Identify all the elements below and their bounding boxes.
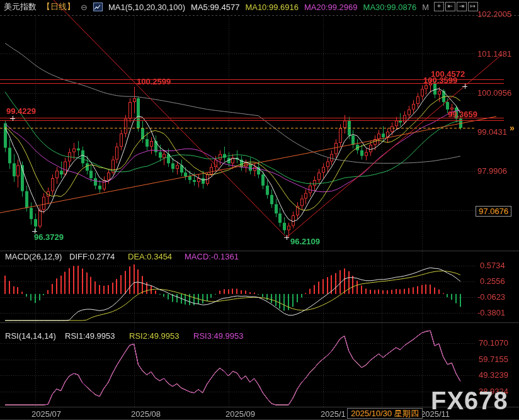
chart-canvas[interactable] <box>0 0 519 420</box>
macd-axis-label: -0.3801 <box>477 309 505 317</box>
period-label[interactable]: 【日线】 <box>42 1 75 13</box>
shift-right-icon[interactable]: ↦ <box>468 2 478 11</box>
annotation-july-low: 96.3729 <box>34 233 64 241</box>
macd-axis-label: 0.5734 <box>480 261 505 270</box>
rsi-axis-label: 59.7155 <box>479 355 508 363</box>
watermark: FX678 <box>431 387 508 415</box>
crosshair-date-box: 2025/10/30 星期四 <box>347 408 423 419</box>
rsi1-value: RSI1:49.9953 <box>65 332 115 340</box>
macd-dea-value: DEA:0.3454 <box>128 253 172 261</box>
price-axis-label: 101.1481 <box>477 50 511 58</box>
price-axis-highlight: 97.0676 <box>476 206 511 217</box>
collapse-icon[interactable]: ⊖ <box>81 3 88 12</box>
x-axis-label: 2025/08 <box>131 410 161 418</box>
chart-toolbar: + ⇤ ⇥ ↦ <box>434 2 478 11</box>
rsi-title: RSI(14,14,14) <box>5 332 56 340</box>
price-axis-label: 99.0431 <box>477 128 507 136</box>
symbol-title: 美元指数 <box>4 1 37 13</box>
expand-axis-icon[interactable]: ⇥ <box>457 2 467 11</box>
chart-window: { "colors": { "up": "#ef3333", "down": "… <box>0 0 519 420</box>
annotation-sep-low: 96.2109 <box>290 237 320 246</box>
crosshair-tool-icon[interactable]: + <box>434 2 444 11</box>
macd-value: MACD:-0.1361 <box>185 253 239 261</box>
rsi-axis-label: 70.1070 <box>479 339 508 347</box>
chart-type-icon[interactable] <box>93 3 103 11</box>
price-axis-label: 100.0956 <box>477 89 511 97</box>
period-menu-button[interactable]: M <box>422 3 429 12</box>
ma5-value: MA5:99.4577 <box>191 3 239 12</box>
annotation-july-high: 100.2599 <box>137 77 171 86</box>
macd-diff-value: DIFF:0.2774 <box>69 253 115 261</box>
rsi-axis-label: 49.3239 <box>479 371 508 379</box>
x-axis-label-clipped: 2025/1 <box>321 410 346 418</box>
rsi2-value: RSI2:49.9953 <box>129 332 180 340</box>
annotation-line-upper: 100.3599 <box>423 76 457 84</box>
x-axis-label: 2025/09 <box>225 410 255 418</box>
compress-axis-icon[interactable]: ⇤ <box>445 2 455 11</box>
ma20-value: MA20:99.2969 <box>304 3 358 12</box>
ma10-value: MA10:99.6916 <box>245 3 299 12</box>
macd-axis-label: 0.2556 <box>480 277 505 285</box>
macd-title: MACD(26,12,9) <box>5 253 62 261</box>
price-axis-label: 97.9906 <box>477 167 507 175</box>
macd-axis-label: -0.0623 <box>477 293 505 301</box>
annotation-line-right: 99.3659 <box>448 110 477 118</box>
rsi3-value: RSI3:49.9953 <box>193 332 244 340</box>
ma-settings-label: MA1(5,10,20,30,100) <box>108 3 185 12</box>
annotation-line-left: 99.4229 <box>6 107 36 115</box>
x-axis-label: 2025/07 <box>31 410 61 418</box>
ma30-value: MA30:99.0876 <box>363 3 417 12</box>
